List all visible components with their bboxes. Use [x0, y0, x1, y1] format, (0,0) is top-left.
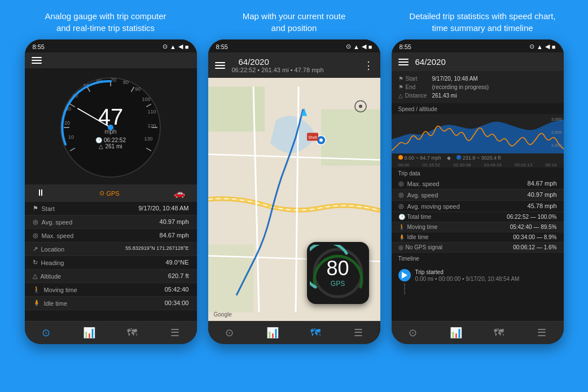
svg-rect-28 — [208, 245, 253, 312]
time-summary: 🕐Total time 06:22:52 — 100.0% 🚶Moving ti… — [392, 212, 564, 253]
status-bar-3: 8:55 ⊙ ▲ ◀ ■ — [392, 39, 564, 52]
google-badge: Google — [214, 311, 232, 318]
phone-gauge: 8:55 ⊙ ▲ ◀ ■ — [25, 39, 197, 344]
status-icons-3: ⊙ ▲ ◀ ■ — [529, 43, 556, 50]
hamburger-menu-2[interactable] — [215, 62, 225, 69]
stat-row: ◎Avg. speed 40.97 mph — [25, 215, 197, 229]
gauge-center: 47 mph 🕐06:22:52 △261 mi — [95, 105, 126, 149]
map-title: 64/2020 — [239, 57, 363, 67]
gauge-info: 🕐06:22:52 △261 mi — [95, 137, 126, 149]
svg-text:70: 70 — [111, 77, 116, 83]
trip-data-max-speed: ◎Max. speed 84.67 mph — [392, 178, 564, 190]
bottom-nav-1: ⊙ 📊 🗺 ☰ — [25, 321, 197, 344]
gauge-controls: ⏸ ⊙ GPS 🚗 — [25, 184, 197, 202]
trip-meta-distance: △Distance 261.43 mi — [398, 91, 557, 100]
hamburger-menu-3[interactable] — [398, 59, 409, 65]
stat-row: ↻Heading 49.0°NE — [25, 256, 197, 270]
status-icons-1: ⊙ ▲ ◀ ■ — [163, 43, 189, 50]
timeline-title: Timeline — [392, 253, 564, 263]
nav-list-icon-3[interactable]: ☰ — [533, 326, 550, 340]
caption-left: Analog gauge with trip computer and real… — [21, 10, 190, 34]
timeline-text: Trip started 0.00 mi • 00:00:00 • 9/17/2… — [415, 269, 520, 282]
status-icons-2: ⊙ ▲ ◀ ■ — [346, 43, 372, 50]
nav-gauge-icon[interactable]: ⊙ — [38, 326, 55, 340]
stat-row: 🧍Idle time 00:34:00 — [25, 297, 197, 310]
play-button[interactable] — [398, 269, 411, 281]
stat-row: 🚶Moving time 05:42:40 — [25, 283, 197, 297]
stats-title: 64/2020 — [415, 57, 557, 67]
svg-text:90: 90 — [135, 86, 141, 92]
pause-button[interactable]: ⏸ — [36, 188, 45, 199]
time-moving: 🚶Moving time 05:42:40 — 89.5% — [392, 222, 564, 232]
svg-text:Shell: Shell — [308, 135, 317, 139]
svg-text:80: 80 — [123, 80, 129, 85]
svg-text:20: 20 — [64, 120, 70, 126]
status-time-2: 8:55 — [216, 43, 228, 50]
nav-chart-icon-2[interactable]: 📊 — [264, 326, 281, 340]
time-total: 🕐Total time 06:22:52 — 100.0% — [392, 212, 564, 222]
stat-row: ⚑Start 9/17/20, 10:48 AM — [25, 202, 197, 215]
gauge-content: 10 20 30 40 50 60 70 80 90 100 110 120 1… — [25, 68, 197, 321]
chart-legend: 0.00 ~ 84.7 mph ◆ 231.8 ~ 3020.4 ft — [392, 153, 564, 162]
stat-row: △Altitude 620.7 ft — [25, 270, 197, 283]
nav-map-icon-2[interactable]: 🗺 — [307, 326, 324, 340]
nav-map-icon[interactable]: 🗺 — [124, 326, 141, 340]
timeline-area: Trip started 0.00 mi • 00:00:00 • 9/17/2… — [392, 263, 564, 321]
map-subtitle: 06:22:52 • 261.43 mi • 47.78 mph — [232, 67, 363, 73]
svg-text:2,000: 2,000 — [551, 130, 561, 135]
phones-row: 8:55 ⊙ ▲ ◀ ■ — [14, 39, 575, 392]
stat-row: ◎Max. speed 84.67 mph — [25, 229, 197, 243]
gauge-area: 10 20 30 40 50 60 70 80 90 100 110 120 1… — [25, 68, 197, 184]
chart-area: 3,000 2,000 1,000 — [392, 114, 564, 153]
svg-point-35 — [359, 105, 362, 108]
svg-rect-26 — [208, 87, 265, 132]
bottom-nav-2: ⊙ 📊 🗺 ☰ — [208, 321, 380, 344]
timeline-event-title: Trip started — [415, 269, 520, 275]
trip-data-rows: ◎Max. speed 84.67 mph ◎Avg. speed 40.97 … — [392, 178, 564, 212]
speed-mini-gps-label: GPS — [331, 280, 345, 288]
gps-label: ⊙ GPS — [99, 188, 119, 199]
bottom-nav-3: ⊙ 📊 🗺 ☰ — [392, 321, 564, 344]
svg-text:120: 120 — [147, 123, 156, 129]
nav-gauge-icon-3[interactable]: ⊙ — [405, 326, 422, 340]
time-no-gps: ◎No GPS signal 00:06:12 — 1.6% — [392, 243, 564, 253]
nav-gauge-icon-2[interactable]: ⊙ — [221, 326, 238, 340]
stats-table-1: ⚑Start 9/17/20, 10:48 AM ◎Avg. speed 40.… — [25, 202, 197, 321]
nav-map-icon-3[interactable]: 🗺 — [490, 326, 507, 340]
time-idle: 🧍Idle time 00:34:00 — 8.9% — [392, 232, 564, 243]
map-background: Shell 80 GPS Google — [208, 78, 380, 321]
nav-chart-icon-3[interactable]: 📊 — [447, 326, 464, 340]
trip-meta-end: ⚑End (recording in progress) — [398, 83, 557, 91]
svg-text:10: 10 — [68, 134, 74, 140]
svg-text:110: 110 — [147, 109, 156, 114]
trip-meta-start: ⚑Start 9/17/20, 10:48 AM — [398, 74, 557, 83]
hamburger-menu-1[interactable] — [32, 57, 42, 64]
status-time-3: 8:55 — [400, 43, 411, 50]
nav-list-icon[interactable]: ☰ — [166, 326, 183, 340]
app-header-1 — [25, 52, 197, 68]
svg-text:100: 100 — [142, 96, 150, 102]
speed-altitude-title: Speed / altitude — [392, 103, 564, 114]
captions-row: Analog gauge with trip computer and real… — [0, 0, 588, 39]
svg-text:1,000: 1,000 — [551, 143, 561, 148]
status-bar-1: 8:55 ⊙ ▲ ◀ ■ — [25, 39, 197, 52]
trip-data-avg-moving: ◎Avg. moving speed 45.78 mph — [392, 201, 564, 212]
timeline-event: Trip started 0.00 mi • 00:00:00 • 9/17/2… — [398, 269, 557, 282]
nav-list-icon-2[interactable]: ☰ — [350, 326, 367, 340]
car-icon: 🚗 — [174, 188, 185, 199]
nav-chart-icon[interactable]: 📊 — [81, 326, 98, 340]
more-icon[interactable]: ⋮ — [363, 59, 374, 72]
phone-stats: 8:55 ⊙ ▲ ◀ ■ 64/2020 ⚑Start 9/17/20, 10:… — [392, 39, 564, 344]
timeline-event-sub: 0.00 mi • 00:00:00 • 9/17/20, 10:48:54 A… — [415, 276, 520, 282]
app-header-2: 64/2020 06:22:52 • 261.43 mi • 47.78 mph… — [208, 52, 380, 78]
svg-text:3,000: 3,000 — [551, 117, 561, 122]
caption-right: Detailed trip statistics with speed char… — [398, 10, 567, 34]
speed-mini-number: 80 — [326, 258, 349, 279]
trip-meta: ⚑Start 9/17/20, 10:48 AM ⚑End (recording… — [392, 71, 564, 103]
svg-text:130: 130 — [144, 136, 152, 142]
stats-content: ⚑Start 9/17/20, 10:48 AM ⚑End (recording… — [392, 71, 564, 321]
trip-data-title: Trip data — [392, 168, 564, 178]
map-content[interactable]: Shell 80 GPS Google — [208, 78, 380, 321]
speed-mini-gauge: 80 GPS — [307, 242, 369, 304]
svg-marker-40 — [402, 272, 407, 279]
